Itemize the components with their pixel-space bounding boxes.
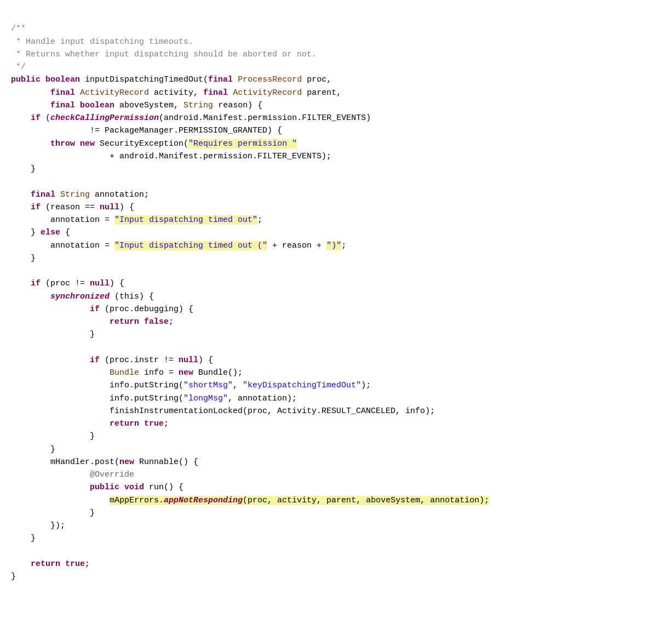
method-checkcalling: checkCallingPermission [50,113,159,123]
checkcalling-args: (android.Manifest.permission.FILTER_EVEN… [159,113,371,123]
comment-line3: * Returns whether input dispatching shou… [11,50,317,59]
mapp-errors-call: mAppErrors. [110,496,164,505]
annotation-assign2: annotation = [50,241,114,250]
param-reason: reason) { [218,101,262,110]
close-brace8: } [31,534,36,543]
kw-boolean1: boolean [45,75,80,84]
close-brace1: } [31,164,36,174]
override-annotation: @Override [90,470,134,479]
kw-null2: null [90,279,110,288]
string-input-timed-out1: "Input dispatching timed out" [114,215,257,225]
type-bundle: Bundle [110,368,139,377]
kw-public2: public [90,483,119,492]
kw-new2: new [179,368,193,377]
type-processrecord: ProcessRecord [238,75,302,84]
param-parent: parent, [307,88,341,98]
kw-throw: throw [50,139,75,148]
kw-return1: return [110,317,139,327]
kw-final3: final [203,88,228,98]
else-open: { [65,228,70,237]
kw-new1: new [80,139,95,148]
if-reason-null-open: (reason == [45,203,100,212]
kw-null3: null [179,356,198,365]
kw-final4: final [50,101,75,110]
kw-true1: true [144,419,164,428]
string-requires: "Requires permission " [188,139,297,148]
neq-packagemanager: != PackageManager.PERMISSION_GRANTED) { [90,126,282,135]
comment-line2: * Handle input dispatching timeouts. [11,37,193,47]
annotation-assign1: annotation = [50,215,114,225]
string-input-timed-out2: "Input dispatching timed out (" [114,241,267,250]
info-putstring1: info.putString( [110,381,183,390]
kw-if3: if [31,279,41,288]
runnable-new: Runnable() { [139,457,198,467]
kw-if5: if [90,356,100,365]
if-checkcalling: ( [45,113,50,123]
kw-true2: true [65,559,85,569]
param-activity: activity, [154,88,203,98]
kw-null1: null [100,203,119,212]
comma1: , [233,381,243,390]
semi1: ; [257,215,262,225]
method-name: inputDispatchingTimedOut( [85,75,208,84]
if-debugging: (proc.debugging) { [105,305,193,314]
method-appnotresponding: appNotResponding [164,496,243,505]
string-close-paren: ")" [326,241,341,250]
if-instr-open: ) { [198,356,213,365]
kw-else: else [41,228,60,237]
string-keydispatching: "keyDispatchingTimedOut" [243,381,361,390]
if-proc-notnull: (proc != [45,279,90,288]
kw-synchronized: synchronized [50,292,110,301]
info-putstring2: info.putString( [110,394,183,403]
kw-return2: return [110,419,139,428]
semi4: ); [361,381,371,390]
type-activityrecord2: ActivityRecord [233,88,302,98]
kw-public1: public [11,75,41,84]
appnotresponding-args: (proc, activity, parent, aboveSystem, an… [243,496,489,505]
semi2: ; [341,241,346,250]
kw-final1: final [208,75,233,84]
kw-if4: if [90,305,100,314]
highlighted-line: mAppErrors.appNotResponding(proc, activi… [110,496,489,505]
synchronized-this: (this) { [114,292,154,301]
kw-void: void [124,483,144,492]
kw-new3: new [119,457,134,467]
comment-line4: */ [11,62,26,72]
type-string1: String [183,101,213,110]
new-bundle: Bundle(); [198,368,243,377]
string-longmsg: "longMsg" [183,394,228,403]
param-proc: proc, [307,75,331,84]
if-reason-null-close: ) { [119,203,134,212]
close-brace2: } [31,228,41,237]
var-annotation-decl: annotation; [95,190,149,199]
close-brace6: } [50,445,55,454]
semi5: ; [164,419,169,428]
finish-instrumentation: finishInstrumentationLocked(proc, Activi… [110,407,435,416]
close-brace5: } [90,432,95,441]
mhandler-post: mHandler.post( [50,457,119,467]
var-info-decl: info = [144,368,179,377]
plus-reason: + reason + [267,241,326,250]
code-view: /** * Handle input dispatching timeouts.… [11,10,661,583]
if-proc-open: ) { [110,279,124,288]
close-brace-final: } [11,572,16,581]
type-activityrecord1: ActivityRecord [80,88,149,98]
plus-android: + android.Manifest.permission.FILTER_EVE… [110,152,331,161]
kw-final5: final [31,190,55,199]
string-shortmsg: "shortMsg" [183,381,233,390]
semi3: ; [169,317,174,327]
param-abovesystem: aboveSystem, [119,101,183,110]
run-method: run() { [149,483,183,492]
close-runnable: }); [50,521,65,530]
securityexception: SecurityException( [100,139,188,148]
kw-boolean2: boolean [80,101,114,110]
type-string2: String [60,190,90,199]
comma2: , annotation); [228,394,297,403]
semi6: ; [85,559,90,569]
close-brace4: } [90,330,95,339]
kw-final2: final [50,88,75,98]
kw-if2: if [31,203,41,212]
kw-false: false [144,317,169,327]
close-brace3: } [31,254,36,263]
kw-if1: if [31,113,41,123]
